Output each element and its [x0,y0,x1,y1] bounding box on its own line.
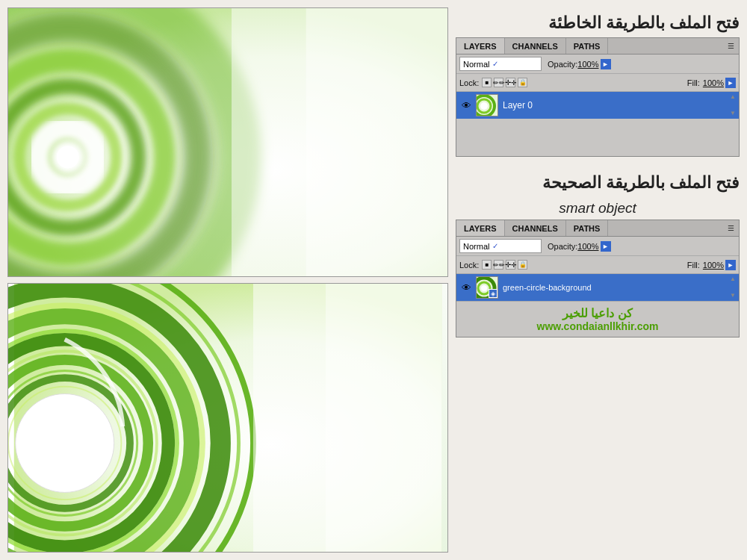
watermark-arabic: كن داعيا للخير [464,306,731,320]
top-section-title: فتح الملف بالطريقة الخاطئة [456,7,740,37]
top-blend-select[interactable]: Normal ✓ [459,57,542,71]
svg-point-31 [480,102,488,110]
bottom-artwork [8,284,447,552]
bottom-section-title: فتح الملف بالطريقة الصحيحة [456,167,740,197]
svg-rect-27 [326,284,441,552]
bottom-opacity-label: Opacity: [548,242,577,251]
top-lock-move[interactable]: ✛ [506,78,515,87]
top-fill-value[interactable]: 100% [703,78,724,87]
bottom-lock-padlock[interactable]: 🔒 [518,260,527,270]
top-lock-row: Lock: ■ ✏ ✛ 🔒 Fill: 100% ► [456,74,739,92]
left-panel [7,7,448,553]
bottom-lock-row: Lock: ■ ✏ ✛ 🔒 Fill: 100% ► [456,256,739,274]
top-layer-name: Layer 0 [503,100,533,111]
svg-point-35 [481,285,487,291]
svg-point-25 [28,407,101,479]
bottom-blend-value: Normal [463,242,489,251]
right-panel: فتح الملف بالطريقة الخاطئة LAYERS CHANNE… [456,7,740,553]
bottom-scroll-arrows[interactable]: ▲ ▼ [730,276,736,299]
bottom-blend-arrow: ✓ [492,242,498,250]
bottom-tab-layers[interactable]: LAYERS [456,220,505,236]
bottom-opacity-arrow[interactable]: ► [601,241,611,252]
top-fill-arrow[interactable]: ► [725,78,736,88]
svg-rect-10 [306,8,447,276]
top-layer-item[interactable]: 👁 Layer 0 ▲ ▼ [456,92,739,119]
top-blend-value: Normal [463,60,489,69]
watermark-area: كن داعيا للخير www.condaianllkhir.com [456,301,739,337]
bottom-lock-check[interactable]: ■ [482,260,492,270]
top-lock-check[interactable]: ■ [482,78,492,87]
bottom-lock-label: Lock: [459,261,479,270]
top-fill-label: Fill: [687,78,700,87]
bottom-eye-symbol: 👁 [462,282,471,293]
top-thumb-svg [477,95,498,116]
bottom-eye-icon[interactable]: 👁 [459,281,473,294]
bottom-tab-paths[interactable]: PATHS [566,220,609,236]
watermark-url: www.condaianllkhir.com [464,320,731,332]
top-lock-brush[interactable]: ✏ [494,78,503,87]
bottom-tab-channels[interactable]: CHANNELS [505,220,566,236]
bottom-layers-panel: LAYERS CHANNELS PATHS ☰ Normal ✓ Opacity… [456,220,740,337]
bottom-layers-tabs: LAYERS CHANNELS PATHS ☰ [456,220,739,237]
top-circles-svg [8,8,447,276]
bottom-fill-label: Fill: [687,261,700,270]
bottom-opacity-value[interactable]: 100% [577,242,598,251]
top-scroll-arrows[interactable]: ▲ ▼ [730,94,736,116]
svg-point-8 [57,146,79,168]
top-blend-row: Normal ✓ Opacity: 100% ► [456,55,739,74]
top-eye-symbol: 👁 [462,100,471,111]
bottom-blend-select[interactable]: Normal ✓ [459,239,542,253]
bottom-circles-svg [8,284,447,552]
bottom-lock-move[interactable]: ✛ [506,260,515,270]
top-opacity-arrow[interactable]: ► [601,59,611,69]
top-opacity-label: Opacity: [548,60,577,69]
top-tab-channels[interactable]: CHANNELS [505,38,566,54]
top-opacity-value[interactable]: 100% [577,60,598,69]
top-lock-padlock[interactable]: 🔒 [518,78,527,87]
top-blend-arrow: ✓ [492,60,498,68]
bottom-lock-brush[interactable]: ✏ [494,260,503,270]
smart-object-badge [489,289,498,298]
bottom-fill-value[interactable]: 100% [703,261,724,270]
spacer1 [456,157,740,167]
top-panel-menu-icon[interactable]: ☰ [723,42,739,50]
bottom-layer-name: green-circle-background [503,283,592,292]
top-lock-label: Lock: [459,78,479,87]
bottom-panel-menu-icon[interactable]: ☰ [723,224,739,232]
top-artwork [8,8,447,276]
top-image-box [7,7,448,277]
bottom-layer-item[interactable]: 👁 green-circle-background ▲ ▼ [456,274,739,301]
top-layer-thumb [476,94,498,116]
top-tab-layers[interactable]: LAYERS [456,38,505,54]
bottom-layer-thumb [476,276,498,299]
bottom-fill-arrow[interactable]: ► [725,260,736,270]
top-layers-panel: LAYERS CHANNELS PATHS ☰ Normal ✓ Opacity… [456,37,740,157]
bottom-blend-row: Normal ✓ Opacity: 100% ► [456,237,739,256]
top-layers-empty [456,119,739,156]
bottom-image-box [7,283,448,553]
top-layers-tabs: LAYERS CHANNELS PATHS ☰ [456,38,739,55]
smart-object-label: smart object [456,197,740,220]
top-tab-paths[interactable]: PATHS [566,38,609,54]
top-eye-icon[interactable]: 👁 [459,99,473,112]
